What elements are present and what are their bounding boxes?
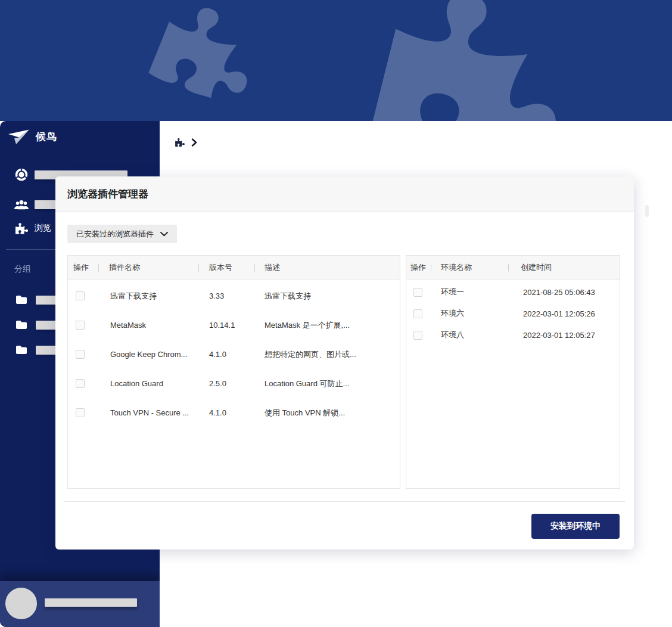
plugin-description: 想把特定的网页、图片或...: [255, 349, 400, 360]
placeholder-bar: [45, 598, 137, 607]
app-logo: 候鸟: [8, 129, 57, 145]
top-banner: [0, 0, 672, 121]
column-header-description: 描述: [255, 256, 400, 279]
app-name: 候鸟: [36, 130, 57, 144]
plugin-row-actions: [68, 350, 99, 359]
user-avatar[interactable]: [5, 588, 37, 619]
plugin-row-actions: [68, 321, 99, 330]
environments-table-body: 环境一2021-08-25 05:06:43环境六2022-03-01 12:0…: [406, 280, 620, 346]
plugin-checkbox[interactable]: [76, 350, 85, 359]
plugin-name: 迅雷下载支持: [99, 291, 199, 302]
plugin-table-row: Google Keep Chrom...4.1.0想把特定的网页、图片或...: [68, 340, 400, 369]
breadcrumb: [175, 138, 197, 147]
sidebar-item-label: 浏览: [35, 223, 51, 234]
chevron-right-icon: [191, 138, 197, 147]
plugin-version: 3.33: [199, 291, 255, 300]
modal-title: 浏览器插件管理器: [67, 187, 148, 201]
plugin-version: 4.1.0: [199, 350, 255, 359]
dropdown-value: 已安装过的浏览器插件: [76, 229, 154, 240]
column-header-actions: 操作: [406, 256, 431, 279]
plugin-name: MetaMask: [99, 321, 199, 330]
plugin-version: 4.1.0: [199, 408, 255, 417]
plugin-row-actions: [68, 408, 99, 417]
plugins-table-header: 操作 插件名称 版本号 描述: [68, 256, 400, 280]
plugins-table: 操作 插件名称 版本号 描述 迅雷下载支持3.33迅雷下载支持MetaMask1…: [67, 255, 400, 489]
environment-name: 环境一: [431, 287, 509, 297]
environments-table-header: 操作 环境名称 创建时间: [406, 256, 620, 280]
plugin-checkbox[interactable]: [76, 321, 85, 330]
modal-header: 浏览器插件管理器: [55, 176, 634, 212]
plugin-manager-modal: 浏览器插件管理器 已安装过的浏览器插件 操作 插件名称 版本号 描述 迅雷下载支…: [55, 176, 634, 550]
environment-table-row: 环境六2022-03-01 12:05:26: [406, 303, 620, 324]
chrome-icon: [14, 168, 29, 181]
plugin-version: 2.5.0: [199, 379, 255, 388]
bird-logo-icon: [8, 129, 30, 145]
plugin-checkbox[interactable]: [76, 379, 85, 388]
plugin-name: Google Keep Chrom...: [99, 350, 199, 359]
install-to-environment-button[interactable]: 安装到环境中: [531, 514, 620, 539]
environment-row-actions: [406, 288, 431, 297]
puzzle-decoration-icon: [369, 0, 582, 121]
plugin-row-actions: [68, 379, 99, 388]
environment-created-time: 2022-03-01 12:05:26: [509, 309, 620, 318]
column-header-version: 版本号: [199, 256, 255, 279]
environment-table-row: 环境八2022-03-01 12:05:27: [406, 324, 620, 346]
plugin-description: 使用 Touch VPN 解锁...: [255, 408, 400, 418]
group-section-label: 分组: [14, 264, 31, 275]
column-header-created-time: 创建时间: [509, 256, 620, 279]
folder-icon: [14, 343, 29, 356]
plugin-description: Location Guard 可防止...: [255, 378, 400, 389]
environment-row-actions: [406, 331, 431, 340]
puzzle-icon: [14, 222, 29, 235]
plugin-name: Location Guard: [99, 379, 199, 388]
chevron-down-icon: [160, 232, 168, 237]
column-header-environment-name: 环境名称: [431, 256, 509, 279]
plugin-version: 10.14.1: [199, 321, 255, 330]
users-icon: [14, 198, 29, 211]
folder-icon: [14, 293, 29, 306]
folder-icon: [14, 318, 29, 331]
environment-checkbox[interactable]: [413, 309, 422, 318]
environment-created-time: 2021-08-25 05:06:43: [509, 288, 620, 297]
environment-name: 环境六: [431, 308, 509, 319]
environments-table: 操作 环境名称 创建时间 环境一2021-08-25 05:06:43环境六20…: [406, 255, 620, 489]
plugin-checkbox[interactable]: [76, 291, 85, 300]
environment-name: 环境八: [431, 330, 509, 340]
plugin-table-row: Location Guard2.5.0Location Guard 可防止...: [68, 369, 400, 398]
column-header-plugin-name: 插件名称: [99, 256, 199, 279]
plugin-description: MetaMask 是一个扩展,...: [255, 320, 400, 331]
plugin-filter-dropdown[interactable]: 已安装过的浏览器插件: [67, 225, 177, 243]
plugin-name: Touch VPN - Secure ...: [99, 408, 199, 417]
plugin-table-row: Touch VPN - Secure ...4.1.0使用 Touch VPN …: [68, 398, 400, 427]
app-window: 候鸟 浏览 分组 浏览器插件管理器 已安装过的浏览器插件 操作 插件名称 版本号: [0, 0, 672, 627]
column-header-actions: 操作: [68, 256, 99, 279]
plugin-row-actions: [68, 291, 99, 300]
plugin-checkbox[interactable]: [76, 408, 85, 417]
plugin-description: 迅雷下载支持: [255, 291, 400, 302]
modal-divider: [64, 501, 625, 502]
plugin-table-row: 迅雷下载支持3.33迅雷下载支持: [68, 281, 400, 311]
environment-row-actions: [406, 309, 431, 318]
sidebar-footer: [0, 581, 160, 627]
background-artifact: [645, 205, 649, 217]
plugin-table-row: MetaMask10.14.1MetaMask 是一个扩展,...: [68, 311, 400, 340]
environment-checkbox[interactable]: [413, 288, 422, 297]
environment-table-row: 环境一2021-08-25 05:06:43: [406, 281, 620, 303]
environment-checkbox[interactable]: [413, 331, 422, 340]
puzzle-icon[interactable]: [175, 138, 185, 147]
plugins-table-body: 迅雷下载支持3.33迅雷下载支持MetaMask10.14.1MetaMask …: [68, 280, 400, 427]
puzzle-decoration-icon: [147, 0, 267, 113]
environment-created-time: 2022-03-01 12:05:27: [509, 331, 620, 340]
